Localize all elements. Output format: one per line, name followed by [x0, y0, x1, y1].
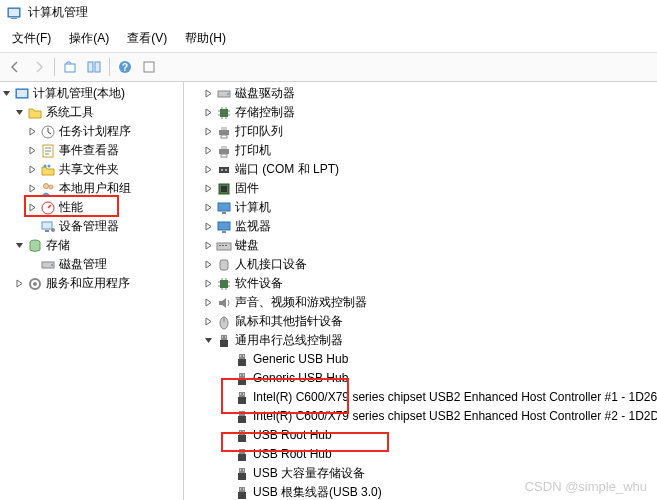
chevron-icon[interactable] — [220, 391, 233, 404]
menu-view[interactable]: 查看(V) — [119, 27, 175, 50]
svg-rect-69 — [238, 416, 246, 423]
node-label: 打印机 — [235, 142, 271, 159]
up-button[interactable] — [59, 56, 81, 78]
ports-icon — [216, 162, 232, 178]
chevron-icon[interactable] — [202, 87, 215, 100]
chevron-icon[interactable] — [13, 277, 26, 290]
chevron-icon[interactable] — [13, 239, 26, 252]
chevron-icon[interactable] — [26, 163, 39, 176]
chevron-icon[interactable] — [202, 258, 215, 271]
services-apps[interactable]: 服务和应用程序 — [0, 274, 183, 293]
usb-root-hub-2[interactable]: USB Root Hub — [184, 445, 657, 464]
chevron-icon[interactable] — [26, 201, 39, 214]
chevron-icon[interactable] — [0, 87, 13, 100]
keyboards[interactable]: 键盘 — [184, 236, 657, 255]
print-queues[interactable]: 打印队列 — [184, 122, 657, 141]
chevron-icon[interactable] — [220, 372, 233, 385]
refresh-button[interactable] — [138, 56, 160, 78]
usb-controllers[interactable]: 通用串行总线控制器 — [184, 331, 657, 350]
performance[interactable]: 性能 — [0, 198, 183, 217]
disk-management[interactable]: 磁盘管理 — [0, 255, 183, 274]
chevron-icon[interactable] — [202, 220, 215, 233]
chevron-icon[interactable] — [220, 429, 233, 442]
computer[interactable]: 计算机 — [184, 198, 657, 217]
event-viewer[interactable]: 事件查看器 — [0, 141, 183, 160]
generic-hub-2[interactable]: Generic USB Hub — [184, 369, 657, 388]
chevron-icon[interactable] — [202, 277, 215, 290]
chevron-icon[interactable] — [26, 258, 39, 271]
node-label: 本地用户和组 — [59, 180, 131, 197]
printers[interactable]: 打印机 — [184, 141, 657, 160]
device-manager[interactable]: 设备管理器 — [0, 217, 183, 236]
left-tree[interactable]: 计算机管理(本地)系统工具任务计划程序事件查看器共享文件夹本地用户和组性能设备管… — [0, 82, 184, 500]
system-tools[interactable]: 系统工具 — [0, 103, 183, 122]
chevron-icon[interactable] — [13, 106, 26, 119]
chevron-icon[interactable] — [26, 125, 39, 138]
generic-hub-1[interactable]: Generic USB Hub — [184, 350, 657, 369]
help-button[interactable]: ? — [114, 56, 136, 78]
sound-video[interactable]: 声音、视频和游戏控制器 — [184, 293, 657, 312]
chevron-icon[interactable] — [220, 448, 233, 461]
svg-point-14 — [48, 164, 51, 167]
chevron-icon[interactable] — [26, 220, 39, 233]
svg-rect-62 — [240, 374, 241, 376]
monitors[interactable]: 监视器 — [184, 217, 657, 236]
chevron-icon[interactable] — [202, 315, 215, 328]
forward-button[interactable] — [28, 56, 50, 78]
intel-host-1[interactable]: Intel(R) C600/X79 series chipset USB2 En… — [184, 388, 657, 407]
chevron-icon[interactable] — [220, 410, 233, 423]
intel-host-2[interactable]: Intel(R) C600/X79 series chipset USB2 En… — [184, 407, 657, 426]
ports[interactable]: 端口 (COM 和 LPT) — [184, 160, 657, 179]
usb-root-hub-30-icon — [234, 485, 250, 501]
menu-action[interactable]: 操作(A) — [61, 27, 117, 50]
menu-file[interactable]: 文件(F) — [4, 27, 59, 50]
chevron-icon[interactable] — [220, 353, 233, 366]
svg-rect-10 — [17, 90, 27, 97]
monitors-icon — [216, 219, 232, 235]
chevron-icon[interactable] — [202, 182, 215, 195]
chevron-icon[interactable] — [220, 467, 233, 480]
chevron-icon[interactable] — [202, 239, 215, 252]
svg-rect-79 — [243, 450, 244, 452]
hid[interactable]: 人机接口设备 — [184, 255, 657, 274]
svg-rect-87 — [243, 488, 244, 490]
disk-drives[interactable]: 磁盘驱动器 — [184, 84, 657, 103]
chevron-icon[interactable] — [202, 163, 215, 176]
usb-root-hub-1[interactable]: USB Root Hub — [184, 426, 657, 445]
menu-help[interactable]: 帮助(H) — [177, 27, 234, 50]
chevron-icon[interactable] — [26, 144, 39, 157]
chevron-icon[interactable] — [202, 144, 215, 157]
local-users[interactable]: 本地用户和组 — [0, 179, 183, 198]
storage-controllers[interactable]: 存储控制器 — [184, 103, 657, 122]
software-devices[interactable]: 软件设备 — [184, 274, 657, 293]
chevron-icon[interactable] — [202, 125, 215, 138]
storage[interactable]: 存储 — [0, 236, 183, 255]
chevron-icon[interactable] — [202, 334, 215, 347]
svg-rect-44 — [217, 243, 231, 250]
root-node[interactable]: 计算机管理(本地) — [0, 84, 183, 103]
chevron-icon[interactable] — [26, 182, 39, 195]
svg-rect-3 — [65, 64, 75, 72]
back-button[interactable] — [4, 56, 26, 78]
svg-rect-53 — [220, 340, 228, 347]
chevron-icon[interactable] — [202, 106, 215, 119]
task-scheduler[interactable]: 任务计划程序 — [0, 122, 183, 141]
chevron-icon[interactable] — [202, 296, 215, 309]
usb-root-hub-2-icon — [234, 447, 250, 463]
svg-rect-45 — [219, 245, 221, 246]
svg-rect-63 — [243, 374, 244, 376]
node-label: USB Root Hub — [253, 427, 332, 444]
chevron-icon[interactable] — [202, 201, 215, 214]
firmware[interactable]: 固件 — [184, 179, 657, 198]
chevron-icon[interactable] — [220, 486, 233, 499]
node-label: Intel(R) C600/X79 series chipset USB2 En… — [253, 389, 657, 406]
intel-host-2-icon — [234, 409, 250, 425]
show-hide-button[interactable] — [83, 56, 105, 78]
svg-point-37 — [225, 169, 227, 171]
right-tree[interactable]: 磁盘驱动器存储控制器打印队列打印机端口 (COM 和 LPT)固件计算机监视器键… — [184, 82, 657, 500]
shared-folders[interactable]: 共享文件夹 — [0, 160, 183, 179]
mice[interactable]: 鼠标和其他指针设备 — [184, 312, 657, 331]
svg-rect-34 — [221, 154, 227, 157]
svg-rect-60 — [239, 373, 245, 378]
titlebar: 计算机管理 — [0, 0, 657, 25]
